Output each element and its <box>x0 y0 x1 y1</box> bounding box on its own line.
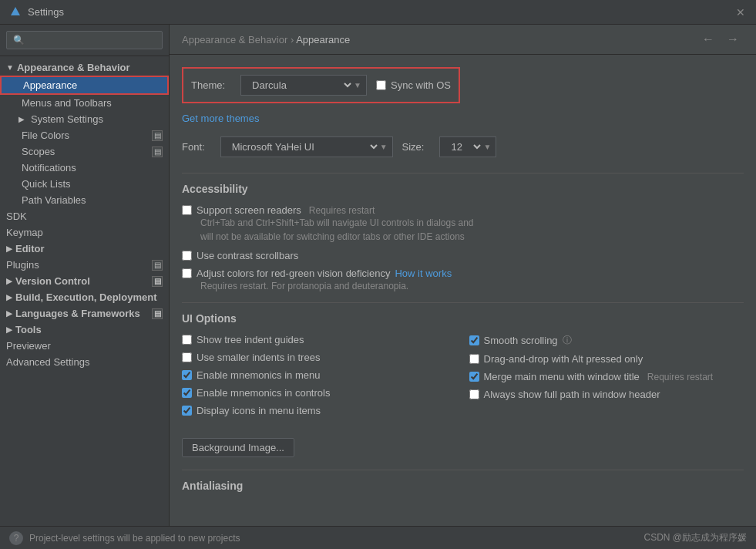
expand-arrow: ▶ <box>6 244 12 253</box>
contrast-scrollbars-checkbox[interactable] <box>182 251 192 261</box>
smooth-scrolling-label[interactable]: Smooth scrolling <box>484 335 558 346</box>
screen-readers-checkbox[interactable] <box>182 205 192 215</box>
font-row: Font: Microsoft YaHei UI ▼ Size: 12 ▼ <box>182 136 744 157</box>
expand-arrow: ▶ <box>6 277 12 285</box>
sidebar-item-label: Editor <box>15 243 45 254</box>
screen-readers-description: Ctrl+Tab and Ctrl+Shift+Tab will navigat… <box>182 216 744 244</box>
sidebar-item-menus-toolbars[interactable]: Menus and Toolbars <box>0 95 169 111</box>
sidebar: ▼ Appearance & Behavior Appearance Menus… <box>0 25 170 526</box>
use-smaller-indents-checkbox[interactable] <box>182 352 192 362</box>
indicator-icon[interactable]: ▤ <box>152 147 163 157</box>
size-select[interactable]: 12 <box>445 139 483 155</box>
use-smaller-indents-label[interactable]: Use smaller indents in trees <box>197 352 320 363</box>
sidebar-item-notifications[interactable]: Notifications <box>0 160 169 176</box>
enable-mnemonics-menu-checkbox[interactable] <box>182 370 192 380</box>
sidebar-item-label: Build, Execution, Deployment <box>15 291 156 303</box>
sidebar-item-build-execution[interactable]: ▶ Build, Execution, Deployment <box>0 289 169 305</box>
size-select-container[interactable]: 12 ▼ <box>439 136 496 157</box>
indicator-icon[interactable]: ▤ <box>152 308 163 319</box>
sidebar-item-file-colors[interactable]: File Colors ▤ <box>0 127 169 143</box>
sidebar-item-label: Languages & Frameworks <box>15 308 140 319</box>
adjust-colors-checkbox[interactable] <box>182 268 192 278</box>
use-smaller-indents-option: Use smaller indents in trees <box>182 352 457 363</box>
show-tree-indent-label[interactable]: Show tree indent guides <box>197 334 304 345</box>
show-tree-indent-checkbox[interactable] <box>182 335 192 345</box>
sidebar-item-tools[interactable]: ▶ Tools <box>0 322 169 338</box>
get-more-themes-link[interactable]: Get more themes <box>182 113 259 124</box>
requires-restart-note: Requires restart <box>647 372 713 382</box>
sidebar-item-keymap[interactable]: Keymap <box>0 224 169 241</box>
sidebar-item-label: Tools <box>15 324 42 335</box>
dropdown-arrow-icon: ▼ <box>354 81 361 89</box>
nav-forward-button[interactable]: → <box>722 31 744 48</box>
help-icon[interactable]: ? <box>9 531 23 545</box>
background-image-button[interactable]: Background Image... <box>182 438 294 457</box>
dropdown-arrow-icon: ▼ <box>483 143 491 151</box>
nav-back-button[interactable]: ← <box>697 31 719 48</box>
sidebar-item-sdk[interactable]: SDK <box>0 208 169 224</box>
sidebar-item-label: Plugins <box>6 259 39 271</box>
sidebar-item-plugins[interactable]: Plugins ▤ <box>0 257 169 273</box>
antialiasing-title: Antialiasing <box>182 480 744 492</box>
main-panel: Appearance & Behavior › Appearance ← → T… <box>170 25 756 526</box>
sidebar-item-label: Advanced Settings <box>6 356 89 368</box>
enable-mnemonics-controls-checkbox[interactable] <box>182 388 192 398</box>
bottom-bar: ? Project-level settings will be applied… <box>0 526 756 549</box>
contrast-scrollbars-label[interactable]: Use contrast scrollbars <box>197 250 298 261</box>
close-button[interactable]: ✕ <box>734 6 747 19</box>
sidebar-item-version-control[interactable]: ▶ Version Control ▤ <box>0 273 169 289</box>
merge-main-menu-label[interactable]: Merge main menu with window title <box>484 371 640 382</box>
sidebar-item-appearance-behavior[interactable]: ▼ Appearance & Behavior <box>0 59 169 76</box>
help-icon[interactable]: ⓘ <box>563 334 572 347</box>
sync-with-os-checkbox[interactable] <box>376 80 386 90</box>
enable-mnemonics-controls-label[interactable]: Enable mnemonics in controls <box>197 387 330 399</box>
sync-with-os-label[interactable]: Sync with OS <box>391 79 451 91</box>
sidebar-item-advanced-settings[interactable]: Advanced Settings <box>0 354 169 370</box>
sidebar-item-appearance[interactable]: Appearance <box>0 76 169 95</box>
adjust-colors-label[interactable]: Adjust colors for red-green vision defic… <box>197 268 390 279</box>
smooth-scrolling-option: Smooth scrolling ⓘ <box>469 334 744 347</box>
always-show-full-path-checkbox[interactable] <box>469 389 479 399</box>
theme-select[interactable]: Darcula <box>246 77 354 93</box>
sidebar-item-quick-lists[interactable]: Quick Lists <box>0 176 169 192</box>
always-show-full-path-label[interactable]: Always show full path in window header <box>484 389 660 400</box>
enable-mnemonics-menu-label[interactable]: Enable mnemonics in menu <box>197 369 320 381</box>
how-it-works-link[interactable]: How it works <box>395 268 452 279</box>
smooth-scrolling-checkbox[interactable] <box>469 335 479 345</box>
indicator-icon[interactable]: ▤ <box>152 260 163 271</box>
titlebar: Settings ✕ <box>0 0 756 25</box>
display-icons-menu-checkbox[interactable] <box>182 406 192 416</box>
sidebar-item-label: Scopes <box>22 146 55 157</box>
requires-restart-note: Requires restart <box>309 205 375 216</box>
sidebar-item-languages-frameworks[interactable]: ▶ Languages & Frameworks ▤ <box>0 305 169 322</box>
breadcrumb-path: Appearance & Behavior <box>182 34 287 45</box>
theme-select-container[interactable]: Darcula ▼ <box>240 75 367 96</box>
sidebar-item-previewer[interactable]: Previewer <box>0 338 169 354</box>
screen-readers-label[interactable]: Support screen readers <box>197 204 301 216</box>
drag-drop-alt-label[interactable]: Drag-and-drop with Alt pressed only <box>484 353 643 365</box>
sidebar-item-label: File Colors <box>22 130 69 141</box>
sidebar-item-label: Notifications <box>22 162 76 173</box>
accessibility-option-screen-readers: Support screen readers Requires restart … <box>182 204 744 244</box>
font-select[interactable]: Microsoft YaHei UI <box>226 139 380 155</box>
app-icon <box>9 6 22 19</box>
bottom-bar-branding: CSDN @励志成为程序媛 <box>643 531 747 544</box>
sidebar-item-label: Version Control <box>15 275 90 287</box>
search-input[interactable] <box>6 31 163 49</box>
sidebar-item-system-settings[interactable]: ▶ System Settings <box>0 111 169 127</box>
breadcrumb: Appearance & Behavior › Appearance <box>182 34 350 45</box>
sidebar-item-editor[interactable]: ▶ Editor <box>0 241 169 257</box>
sidebar-item-label: System Settings <box>31 113 103 125</box>
sidebar-item-path-variables[interactable]: Path Variables <box>0 192 169 208</box>
ui-options-right: Smooth scrolling ⓘ Drag-and-drop with Al… <box>469 334 744 423</box>
display-icons-menu-label[interactable]: Display icons in menu items <box>197 405 321 416</box>
ui-options-grid: Show tree indent guides Use smaller inde… <box>182 334 744 423</box>
indicator-icon[interactable]: ▤ <box>152 130 163 141</box>
display-icons-menu-option: Display icons in menu items <box>182 405 457 416</box>
drag-drop-alt-checkbox[interactable] <box>469 354 479 364</box>
sidebar-item-scopes[interactable]: Scopes ▤ <box>0 143 169 160</box>
merge-main-menu-checkbox[interactable] <box>469 372 479 382</box>
indicator-icon[interactable]: ▤ <box>152 276 163 287</box>
ui-options-title: UI Options <box>182 312 744 325</box>
font-select-container[interactable]: Microsoft YaHei UI ▼ <box>220 136 393 157</box>
